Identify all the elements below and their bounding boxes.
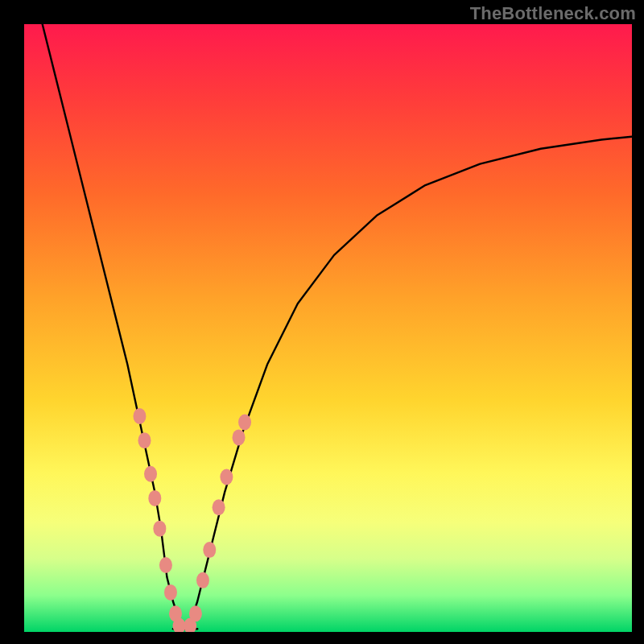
marker-point <box>159 557 172 573</box>
series-left-branch <box>43 24 185 629</box>
marker-point <box>138 432 151 448</box>
marker-point <box>213 499 225 515</box>
marker-point <box>164 584 177 601</box>
marker-point <box>144 466 157 482</box>
marker-point <box>189 605 202 621</box>
marker-point <box>196 572 209 588</box>
marker-point <box>220 469 233 485</box>
series-group <box>43 24 632 629</box>
marker-group <box>133 408 251 632</box>
marker-point <box>148 490 161 506</box>
marker-point <box>133 408 146 424</box>
plot-area <box>24 24 632 632</box>
chart-svg <box>24 24 632 632</box>
marker-point <box>233 429 246 445</box>
marker-point <box>203 542 216 558</box>
marker-point <box>238 415 251 431</box>
outer-frame: TheBottleneck.com <box>0 0 644 644</box>
marker-point <box>153 521 166 537</box>
series-right-branch <box>185 137 632 630</box>
watermark-text: TheBottleneck.com <box>470 3 636 24</box>
